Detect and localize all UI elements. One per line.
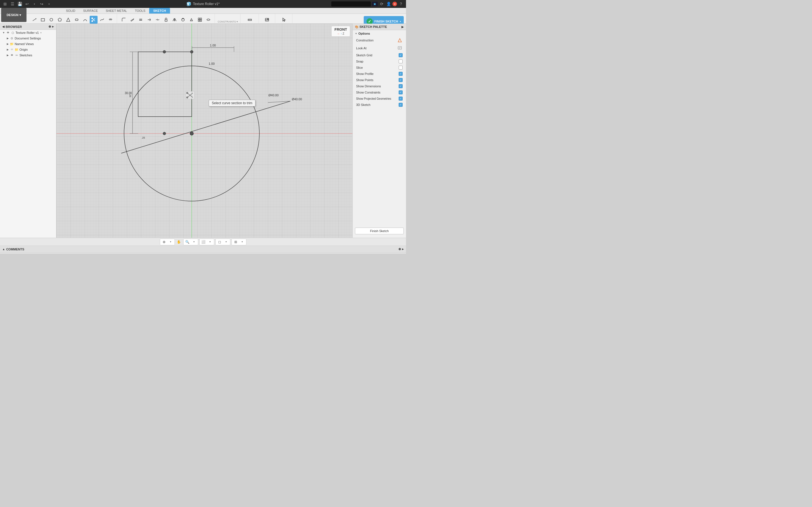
origin-eye-icon: 👁: [10, 48, 14, 52]
close-button[interactable]: ✕: [393, 2, 397, 6]
sidebar-item-origin[interactable]: ▶ 👁 📁 Origin: [0, 47, 56, 52]
browser-collapse-icon[interactable]: ◀: [2, 25, 4, 28]
pan-btn[interactable]: ✋: [176, 239, 182, 245]
equal-tool[interactable]: [137, 16, 145, 24]
line-tool[interactable]: [31, 16, 38, 24]
zoom-btn[interactable]: 🔍: [185, 239, 191, 245]
fillet-tool[interactable]: [120, 16, 128, 24]
root-expander-icon[interactable]: ▼: [2, 31, 5, 34]
tab-surface[interactable]: SURFACE: [79, 8, 102, 13]
workspace-btn[interactable]: ▣: [372, 2, 378, 6]
sketch-grid-checkbox[interactable]: ✓: [399, 53, 403, 57]
finish-sketch-palette-btn[interactable]: Finish Sketch: [355, 228, 404, 234]
trim-cursor-icon: [186, 91, 195, 99]
display-btn[interactable]: ◻: [216, 239, 223, 245]
display-dropdown-icon[interactable]: ▾: [223, 239, 229, 245]
sidebar-item-root[interactable]: ▼ 👁 ⬡ Texture Roller v1 ●: [0, 30, 56, 36]
options-section-header[interactable]: ▼ Options: [353, 30, 406, 36]
show-points-checkbox[interactable]: ✓: [399, 78, 403, 82]
tab-tools[interactable]: TOOLS: [131, 8, 149, 13]
intersect-tool[interactable]: [204, 16, 212, 24]
spline-tool[interactable]: [98, 16, 106, 24]
sketches-eye-icon: 👁: [10, 53, 14, 57]
show-constraints-option: Show Constraints ✓: [353, 89, 406, 96]
rectangle-tool[interactable]: [39, 16, 47, 24]
sidebar-item-named-views[interactable]: ▶ 📁 Named Views: [0, 41, 56, 47]
slice-checkbox[interactable]: [399, 66, 403, 69]
show-dimensions-label: Show Dimensions: [356, 84, 399, 88]
svg-text:.25: .25: [142, 136, 145, 139]
select-tool[interactable]: [280, 16, 288, 24]
comments-add-icon[interactable]: ⊕: [398, 247, 401, 251]
doc-settings-expander[interactable]: ▶: [6, 37, 9, 40]
grid-dropdown-icon[interactable]: ▾: [239, 239, 245, 245]
extend-tool[interactable]: [145, 16, 153, 24]
undo-icon[interactable]: ↩: [24, 1, 30, 7]
circular-pattern-tool[interactable]: [179, 16, 187, 24]
root-label: Texture Roller v1: [15, 31, 39, 34]
slot-tool[interactable]: [73, 16, 81, 24]
account-icon[interactable]: 👤: [386, 1, 391, 7]
show-dimensions-checkbox[interactable]: ✓: [399, 84, 403, 88]
slice-label: Slice: [356, 66, 399, 69]
orbit-dropdown-icon[interactable]: ▾: [167, 239, 174, 245]
redo-dropdown-icon[interactable]: ▾: [46, 1, 52, 7]
redo-icon[interactable]: ↪: [39, 1, 45, 7]
browser-options-icon[interactable]: ▸: [52, 25, 54, 29]
offset-tool[interactable]: [107, 16, 114, 24]
origin-expander[interactable]: ▶: [6, 48, 9, 51]
canvas-area[interactable]: 1.00 .25 30.00 .25 Ø40.00 Select curve s…: [56, 24, 352, 238]
sketches-expander[interactable]: ▶: [6, 54, 9, 57]
lock-tool[interactable]: [162, 16, 170, 24]
trim-tool[interactable]: [90, 16, 98, 24]
sidebar-item-doc-settings[interactable]: ▶ ⚙ Document Settings: [0, 36, 56, 41]
arc-tool[interactable]: [81, 16, 89, 24]
named-views-expander[interactable]: ▶: [6, 43, 9, 45]
comments-collapse-icon[interactable]: ▲: [2, 247, 5, 251]
orbit-btn[interactable]: ⊕: [161, 239, 167, 245]
design-dropdown[interactable]: DESIGN ▾: [1, 8, 27, 22]
triangle-tool[interactable]: [64, 16, 72, 24]
snap-checkbox[interactable]: [399, 59, 403, 63]
show-profile-checkbox[interactable]: ✓: [399, 72, 403, 76]
constraints-dropdown-icon[interactable]: ▾: [237, 20, 238, 23]
show-projected-checkbox[interactable]: ✓: [399, 97, 403, 101]
sidebar-item-sketches[interactable]: ▶ 👁 ✏ Sketches: [0, 52, 56, 58]
finish-sketch-label: FINISH SKETCH: [374, 20, 398, 23]
undo-dropdown-icon[interactable]: ▾: [32, 1, 37, 7]
browser-expand-icon[interactable]: ⊕: [49, 25, 51, 29]
view-cube-btn[interactable]: ⬜: [200, 239, 207, 245]
construction-icon[interactable]: [397, 38, 403, 43]
search-bar[interactable]: [331, 1, 371, 6]
svg-line-12: [157, 19, 158, 20]
save-icon[interactable]: 💾: [17, 1, 22, 7]
sync-icon[interactable]: ⟳: [379, 1, 385, 7]
grid-display-btn[interactable]: ⊞: [233, 239, 239, 245]
insert-image-tool[interactable]: [263, 16, 271, 24]
circle-tool[interactable]: [47, 16, 55, 24]
look-at-icon[interactable]: [397, 45, 403, 51]
finish-sketch-dropdown-icon[interactable]: ▾: [400, 20, 401, 23]
rect-pattern-tool[interactable]: [196, 16, 204, 24]
offset2-tool[interactable]: [128, 16, 136, 24]
sketch-palette-collapse-icon[interactable]: ▶: [402, 25, 404, 29]
tab-solid[interactable]: SOLID: [62, 8, 79, 13]
break-tool[interactable]: [154, 16, 161, 24]
zoom-dropdown-icon[interactable]: ▾: [191, 239, 197, 245]
3d-sketch-checkbox[interactable]: ✓: [399, 103, 403, 107]
tab-sheet-metal[interactable]: SHEET METAL: [102, 8, 131, 13]
settings-btn[interactable]: ⚙: [398, 253, 404, 254]
construction-option: Construction: [353, 36, 406, 44]
comments-options-icon[interactable]: ▸: [402, 247, 404, 251]
sketch-canvas[interactable]: 1.00 .25 30.00 .25 Ø40.00: [56, 24, 352, 238]
measure-tool[interactable]: [246, 16, 254, 24]
polygon-tool[interactable]: [56, 16, 64, 24]
help-icon[interactable]: ?: [398, 1, 404, 7]
show-constraints-checkbox[interactable]: ✓: [399, 91, 403, 94]
grid-icon[interactable]: ⊞: [2, 1, 8, 7]
tab-sketch[interactable]: SKETCH: [149, 8, 170, 13]
project-tool[interactable]: [188, 16, 195, 24]
mirror-tool[interactable]: [170, 16, 179, 24]
view-cube-dropdown-icon[interactable]: ▾: [207, 239, 213, 245]
menu-icon[interactable]: ☰: [10, 1, 15, 7]
